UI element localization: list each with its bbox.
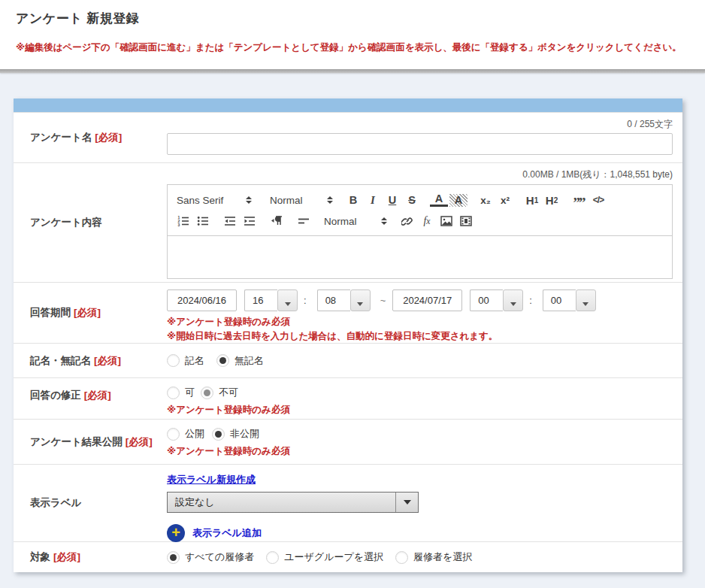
italic-icon[interactable]: I [364,191,382,209]
period-label: 回答期間 [30,307,71,318]
underline-icon[interactable]: U [383,191,401,209]
survey-name-input[interactable] [167,133,673,155]
header-2-icon[interactable]: H2 [543,191,561,209]
text-direction-icon[interactable] [268,212,286,230]
align-icon[interactable] [295,212,313,230]
header-divider [0,69,705,73]
updown-arrows-icon [327,196,333,204]
dropdown-arrow-button[interactable] [503,289,523,311]
start-hour-select[interactable]: 16 [244,289,298,311]
char-counter: 0 / 255文字 [167,113,673,131]
header-1-icon[interactable]: H1 [523,191,541,209]
answer-edit-label: 回答の修正 [30,389,81,401]
radio-icon[interactable] [266,551,279,564]
end-minute-select[interactable]: 00 [543,289,596,311]
result-publish-note: ※アンケート登録時のみ必須 [167,444,673,459]
rich-text-editor: Sans Serif Normal B I U S A A x₂ x² [167,184,673,279]
bold-icon[interactable]: B [344,191,362,209]
indent-icon[interactable] [241,212,259,230]
ordered-list-icon[interactable]: 123 [174,212,192,230]
required-badge: [必須] [84,389,111,401]
row-display-label: 表示ラベル 表示ラベル新規作成 設定なし + 表示ラベル追加 [14,464,682,541]
row-survey-name: アンケート名[必須] 0 / 255文字 [14,112,682,162]
create-display-label-link[interactable]: 表示ラベル新規作成 [167,474,256,485]
required-badge: [必須] [94,355,121,366]
radio-icon[interactable] [216,354,229,367]
radio-option-all-students[interactable]: すべての履修者 [167,550,254,564]
period-note-1: ※アンケート登録時のみ必須 [167,315,673,329]
required-badge: [必須] [53,551,80,562]
row-answer-period: 回答期間[必須] 16 : 08 ~ 00 : [14,282,682,343]
subscript-icon[interactable]: x₂ [477,191,495,209]
chevron-down-icon [357,302,363,306]
answer-edit-note: ※アンケート登録時のみ必須 [167,403,673,417]
display-label-select[interactable]: 設定なし [167,492,419,513]
row-answer-edit: 回答の修正[必須] 可 不可 ※アンケート登録時のみ必須 [14,377,682,419]
radio-option-select-students[interactable]: 履修者を選択 [395,550,472,564]
card-accent-bar [14,99,682,112]
dropdown-arrow-button[interactable] [277,289,298,311]
survey-name-label: アンケート名 [30,132,92,143]
blockquote-icon[interactable]: ”” [570,191,588,209]
radio-icon[interactable] [167,354,180,367]
chevron-down-icon [510,302,516,306]
text-color-icon[interactable]: A [430,194,448,207]
outdent-icon[interactable] [221,212,239,230]
start-minute-select[interactable]: 08 [317,289,371,311]
link-icon[interactable] [398,212,416,230]
header-picker[interactable]: Normal [267,195,336,206]
start-date-input[interactable] [167,289,237,311]
radio-option-not-editable[interactable]: 不可 [201,386,238,399]
page-warning-text: ※編集後はページ下の「確認画面に進む」または「テンプレートとして登録」から確認画… [16,41,690,54]
superscript-icon[interactable]: x² [496,191,514,209]
row-result-publish: アンケート結果公開[必須] 公開 非公開 ※アンケート登録時のみ必須 [14,419,682,464]
required-badge: [必須] [74,307,101,318]
radio-option-editable[interactable]: 可 [167,386,195,399]
image-icon[interactable] [437,212,455,230]
bullet-list-icon[interactable] [194,212,212,230]
chevron-down-icon [582,302,589,306]
lineheight-picker[interactable]: Normal [321,216,390,227]
code-block-icon[interactable]: </> [589,191,607,209]
editor-content-area[interactable] [168,236,672,278]
radio-icon[interactable] [167,428,180,441]
row-target: 対象[必須] すべての履修者 ユーザグループを選択 履修者を選択 [14,541,682,572]
period-note-2: ※開始日時に過去日時を入力した場合は、自動的に登録日時に変更されます。 [167,329,673,344]
radio-option-signed[interactable]: 記名 [167,354,204,368]
anonymity-label: 記名・無記名 [30,355,91,366]
radio-option-private[interactable]: 非公開 [212,427,259,441]
chevron-down-icon [404,500,411,505]
row-survey-body: アンケート内容 0.00MB / 1MB(残り：1,048,551 byte) … [14,162,682,282]
radio-icon[interactable] [167,386,180,399]
background-color-icon[interactable]: A [449,194,467,207]
radio-icon[interactable] [212,428,225,441]
add-display-label-button[interactable]: + 表示ラベル追加 [167,524,673,542]
dropdown-arrow-button[interactable] [576,289,596,311]
page-title: アンケート 新規登録 [16,10,690,27]
end-date-input[interactable] [392,289,462,311]
font-picker[interactable]: Sans Serif [174,195,255,206]
updown-arrows-icon [381,217,387,225]
chevron-down-icon [285,302,291,306]
row-anonymity: 記名・無記名[必須] 記名 無記名 [14,343,682,377]
radio-option-anonymous[interactable]: 無記名 [216,354,264,368]
plus-icon: + [167,524,185,542]
video-icon[interactable] [457,212,475,230]
display-label-label: 表示ラベル [30,497,81,508]
radio-option-user-group[interactable]: ユーザグループを選択 [266,550,383,564]
required-badge: [必須] [126,436,153,447]
formula-icon[interactable]: fx [418,212,436,230]
size-counter: 0.00MB / 1MB(残り：1,048,551 byte) [167,163,673,181]
dropdown-arrow-button[interactable] [350,289,371,311]
select-arrow-button[interactable] [395,493,418,512]
target-label: 対象 [30,551,50,562]
radio-option-public[interactable]: 公開 [167,427,204,441]
radio-icon[interactable] [201,386,213,399]
strikethrough-icon[interactable]: S [403,191,421,209]
survey-form-card: アンケート名[必須] 0 / 255文字 アンケート内容 0.00MB / 1M… [14,99,682,572]
radio-icon[interactable] [167,551,180,564]
radio-icon[interactable] [395,551,408,564]
page-header: アンケート 新規登録 ※編集後はページ下の「確認画面に進む」または「テンプレート… [0,0,705,69]
end-hour-select[interactable]: 00 [470,289,523,311]
updown-arrows-icon [246,196,252,204]
